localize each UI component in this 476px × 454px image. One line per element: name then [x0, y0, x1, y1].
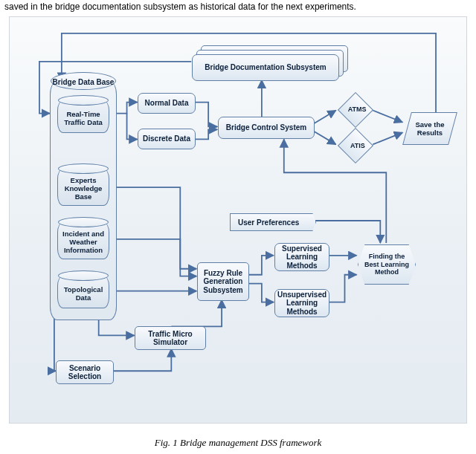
node-normal-data: Normal Data [138, 93, 196, 114]
diagram-canvas: Bridge Data Base Real-Time Traffic Data … [9, 16, 467, 424]
page-text-fragment: saved in the bridge documentation subsys… [0, 0, 476, 13]
db-item-topo: Topological Data [57, 276, 109, 308]
node-supervised: Supervised Learning Methods [274, 243, 329, 271]
node-traffic-sim: Traffic Micro Simulator [135, 326, 206, 350]
node-atms: ATMS [338, 92, 373, 128]
db-item-realtime: Real-Time Traffic Data [57, 100, 109, 133]
node-bridge-control: Bridge Control System [218, 117, 315, 139]
figure-caption: Fig. 1 Bridge management DSS framework [0, 437, 476, 449]
node-bridge-documentation: Bridge Documentation Subsystem [192, 54, 339, 81]
node-finding-best: Finding the Best Learning Method [358, 244, 416, 285]
node-atis: ATIS [338, 128, 373, 163]
db-item-experts: Experts Knowledge Base [57, 169, 109, 206]
db-title: Bridge Data Base [51, 78, 116, 86]
node-save-results: Save the Results [402, 112, 457, 145]
db-item-incident: Incident and Weather Information [57, 222, 109, 259]
node-fuzzy: Fuzzy Rule Generation Subsystem [197, 262, 249, 301]
node-scenario: Scenario Selection [56, 360, 114, 384]
node-discrete-data: Discrete Data [138, 129, 196, 149]
node-user-preferences: User Preferences [230, 213, 316, 231]
node-unsupervised: Unsupervised Learning Methods [274, 289, 329, 317]
